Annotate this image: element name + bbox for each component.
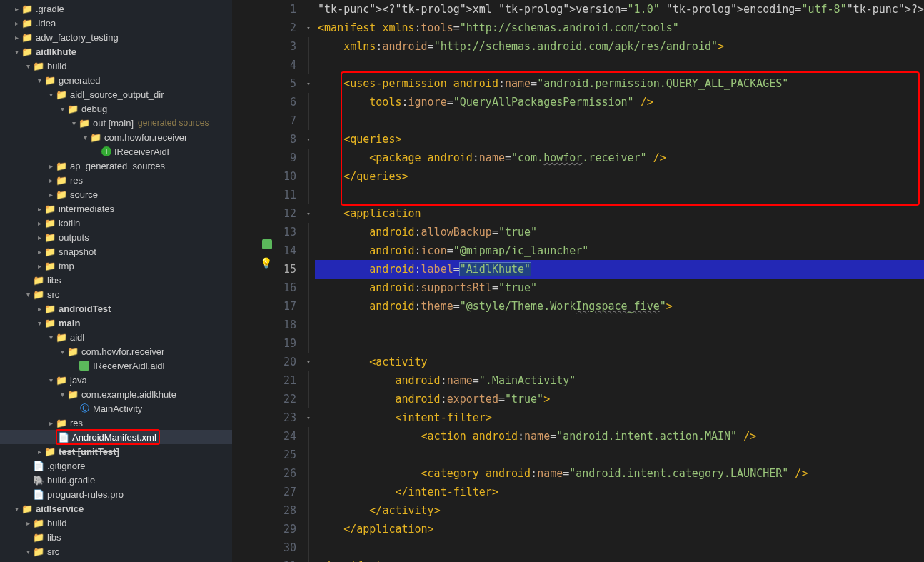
code-line[interactable]: </intent-filter> (315, 483, 924, 501)
chevron-right-icon[interactable]: ▸ (11, 5, 21, 13)
chevron-down-icon[interactable]: ▾ (34, 76, 44, 84)
code-line[interactable]: <queries> (315, 130, 924, 149)
code-line[interactable]: <category android:name="android.intent.c… (315, 464, 924, 483)
chevron-down-icon[interactable]: ▾ (46, 333, 56, 341)
tree-item[interactable]: ▸📁.idea (0, 16, 232, 30)
tree-item[interactable]: ▾📁build (0, 59, 232, 73)
tree-item[interactable]: ▸📁kotlin (0, 216, 232, 230)
chevron-down-icon[interactable]: ▾ (23, 62, 33, 70)
intention-bulb-icon[interactable]: 💡 (260, 254, 272, 272)
tree-item[interactable]: 📄AndroidManifest.xml (0, 430, 232, 444)
chevron-right-icon[interactable]: ▸ (34, 219, 44, 227)
chevron-down-icon[interactable]: ▾ (23, 291, 33, 298)
chevron-down-icon[interactable]: ▾ (69, 119, 79, 127)
chevron-right-icon[interactable]: ▸ (11, 34, 21, 41)
chevron-down-icon[interactable]: ▾ (57, 105, 67, 113)
tree-item[interactable]: ▾📁generated (0, 73, 232, 87)
chevron-right-icon[interactable]: ▸ (34, 448, 44, 456)
tree-item[interactable]: ▾📁aidlservice (0, 501, 232, 516)
code-line[interactable]: </activity> (315, 501, 924, 520)
code-line[interactable] (315, 56, 924, 74)
tree-item[interactable]: ▸📁tmp (0, 259, 232, 273)
fold-toggle-icon[interactable]: ▾ (306, 130, 310, 149)
code-line[interactable] (315, 538, 924, 557)
tree-item[interactable]: ▸📁source (0, 187, 232, 201)
chevron-right-icon[interactable]: ▸ (34, 305, 44, 313)
tree-item[interactable]: ▸📁test [unitTest] (0, 444, 232, 458)
code-line[interactable]: </queries> (315, 167, 924, 186)
code-line[interactable] (315, 186, 924, 204)
code-line[interactable]: <application (315, 204, 924, 223)
tree-item[interactable]: ▾📁com.example.aidlkhute (0, 387, 232, 401)
fold-toggle-icon[interactable]: ▾ (306, 408, 310, 427)
code-line[interactable] (315, 446, 924, 464)
chevron-down-icon[interactable]: ▾ (57, 348, 67, 356)
chevron-down-icon[interactable]: ▾ (23, 548, 33, 556)
fold-toggle-icon[interactable]: ▾ (306, 353, 310, 371)
code-line[interactable] (315, 334, 924, 353)
chevron-down-icon[interactable]: ▾ (57, 391, 67, 398)
tree-item[interactable]: ▸📁.gradle (0, 1, 232, 16)
code-line[interactable] (315, 111, 924, 130)
chevron-down-icon[interactable]: ▾ (11, 505, 21, 513)
tree-item[interactable]: ▾📁java (0, 373, 232, 387)
fold-toggle-icon[interactable]: ▾ (306, 74, 310, 93)
code-line[interactable]: <uses-permission android:name="android.p… (315, 74, 924, 93)
chevron-right-icon[interactable]: ▸ (46, 191, 56, 199)
tree-item[interactable]: ▸📁snapshot (0, 244, 232, 259)
code-line[interactable]: android:theme="@style/Theme.WorkIngspace… (315, 297, 924, 316)
tree-item[interactable]: ▸📁ap_generated_sources (0, 159, 232, 173)
code-line[interactable]: android:allowBackup="true" (315, 223, 924, 241)
tree-item[interactable]: 📁libs (0, 530, 232, 544)
code-line[interactable]: tools:ignore="QueryAllPackagesPermission… (315, 93, 924, 111)
code-line[interactable]: <action android:name="android.intent.act… (315, 427, 924, 446)
tree-item[interactable]: ▾📁com.howfor.receiver (0, 130, 232, 144)
chevron-right-icon[interactable]: ▸ (46, 419, 56, 427)
code-line[interactable]: "tk-punc"><?"tk-prolog">xml "tk-prolog">… (315, 0, 924, 19)
tree-item[interactable]: ▸📁outputs (0, 230, 232, 244)
chevron-right-icon[interactable]: ▸ (11, 19, 21, 27)
tree-item[interactable]: ▾📁debug (0, 101, 232, 116)
code-editor[interactable]: 💡 12345678910111213141516171819202122232… (232, 0, 924, 562)
fold-gutter[interactable]: ▾▾▾▾▾▾ (302, 0, 315, 562)
code-line[interactable] (315, 316, 924, 334)
code-line[interactable]: android:supportsRtl="true" (315, 279, 924, 297)
tree-item[interactable]: ▸📁adw_factory_testing (0, 30, 232, 44)
code-line[interactable]: android:name=".MainActivity" (315, 371, 924, 390)
code-line[interactable]: </manifest> (315, 557, 924, 562)
fold-toggle-icon[interactable]: ▾ (306, 19, 310, 37)
tree-item[interactable]: ▾📁aidl (0, 330, 232, 344)
tree-item[interactable]: ▸📁intermediates (0, 201, 232, 216)
code-line[interactable]: <package android:name="com.howfor.receiv… (315, 149, 924, 167)
chevron-right-icon[interactable]: ▸ (34, 248, 44, 256)
chevron-down-icon[interactable]: ▾ (11, 48, 21, 56)
tree-item[interactable]: ▸📁res (0, 416, 232, 430)
chevron-down-icon[interactable]: ▾ (80, 134, 90, 141)
tree-item[interactable]: ▾📁main (0, 316, 232, 330)
chevron-right-icon[interactable]: ▸ (34, 234, 44, 241)
tree-item[interactable]: ▸📁androidTest (0, 301, 232, 316)
tree-item[interactable]: ▾📁src (0, 544, 232, 558)
tree-item[interactable]: ▾📁out [main]generated sources (0, 116, 232, 130)
tree-item[interactable]: 📁libs (0, 273, 232, 287)
code-line[interactable]: <intent-filter> (315, 408, 924, 427)
tree-item[interactable]: ▸📁res (0, 173, 232, 187)
tree-item[interactable]: ▾📁com.howfor.receiver (0, 344, 232, 358)
tree-item[interactable]: 📄.gitignore (0, 458, 232, 473)
code-line[interactable]: <manifest xmlns:tools="http://schemas.an… (315, 19, 924, 37)
tree-item[interactable]: ▾📁aidl_source_output_dir (0, 87, 232, 101)
code-line[interactable]: android:icon="@mipmap/ic_launcher" (315, 241, 924, 260)
tree-item[interactable]: ⒸMainActivity (0, 401, 232, 416)
tree-item[interactable]: ▾📁src (0, 287, 232, 301)
chevron-down-icon[interactable]: ▾ (46, 376, 56, 384)
code-area[interactable]: "tk-punc"><?"tk-prolog">xml "tk-prolog">… (315, 0, 924, 562)
chevron-right-icon[interactable]: ▸ (46, 162, 56, 170)
tree-item[interactable]: ▾📁aidlkhute (0, 44, 232, 59)
tree-item[interactable]: 📄proguard-rules.pro (0, 487, 232, 501)
chevron-down-icon[interactable]: ▾ (46, 91, 56, 99)
code-line[interactable]: android:exported="true"> (315, 390, 924, 408)
tree-item[interactable]: IReceiverAidl.aidl (0, 358, 232, 373)
chevron-right-icon[interactable]: ▸ (46, 176, 56, 184)
chevron-right-icon[interactable]: ▸ (34, 205, 44, 213)
chevron-right-icon[interactable]: ▸ (34, 262, 44, 270)
